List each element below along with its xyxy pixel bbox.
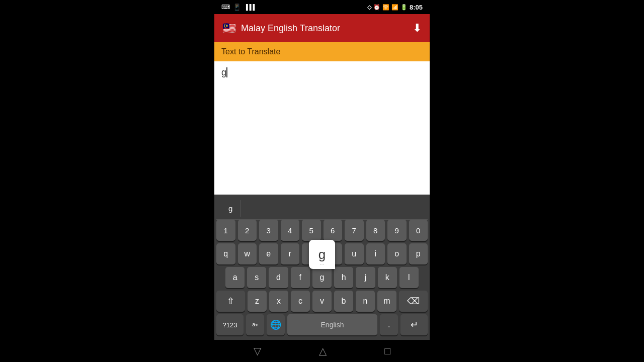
alarm-icon: ⏰ <box>373 4 380 11</box>
key-n[interactable]: n <box>356 291 375 312</box>
key-i[interactable]: i <box>366 243 385 264</box>
app-bar: 🇲🇾 Malay English Translator ⬇ <box>214 14 430 42</box>
period-key[interactable]: . <box>380 314 398 335</box>
key-q[interactable]: q <box>216 243 235 264</box>
key-3[interactable]: 3 <box>259 220 278 241</box>
enter-key[interactable]: ↵ <box>400 314 428 335</box>
key-g[interactable]: g ... g <box>312 267 332 288</box>
key-d[interactable]: d <box>269 267 288 288</box>
translate-label: Text to Translate <box>221 47 280 56</box>
symbols-key[interactable]: ?123 <box>216 314 244 335</box>
shift-row: ⇧ z x c v b n m ⌫ <box>216 291 428 312</box>
translate-bar: Text to Translate <box>214 42 430 61</box>
flag-icon: 🇲🇾 <box>222 22 236 35</box>
key-c[interactable]: c <box>291 291 310 312</box>
number-row: 1 2 3 4 5 6 7 8 9 0 <box>216 220 428 241</box>
recent-button[interactable]: □ <box>384 345 390 357</box>
shift-key[interactable]: ⇧ <box>216 291 245 312</box>
key-v[interactable]: v <box>312 291 332 312</box>
home-button[interactable]: △ <box>319 345 327 357</box>
keyboard: g 1 2 3 4 5 6 7 8 9 0 q w e r t y u i o … <box>214 195 430 340</box>
bottom-row: ?123 aক 🌐 English . ↵ <box>216 314 428 335</box>
key-h[interactable]: h <box>334 267 353 288</box>
key-r[interactable]: r <box>281 243 300 264</box>
key-p[interactable]: p <box>409 243 428 264</box>
key-w[interactable]: w <box>238 243 257 264</box>
suggestion-item-g[interactable]: g <box>220 200 241 217</box>
back-button[interactable]: ▽ <box>254 345 261 357</box>
key-o[interactable]: o <box>387 243 407 264</box>
whatsapp-icon: 📱 <box>233 4 241 11</box>
key-8[interactable]: 8 <box>366 220 385 241</box>
key-m[interactable]: m <box>377 291 396 312</box>
key-u[interactable]: u <box>345 243 364 264</box>
ring-icon: ◇ <box>367 4 371 11</box>
key-x[interactable]: x <box>269 291 288 312</box>
g-popup: g ... <box>309 240 335 269</box>
status-right: ◇ ⏰ 🛜 📶 🔋 8:05 <box>367 4 423 11</box>
time: 8:05 <box>410 4 423 11</box>
key-l[interactable]: l <box>399 267 419 288</box>
key-z[interactable]: z <box>248 291 267 312</box>
asdf-row: a s d f g ... g h j k l <box>216 267 428 288</box>
key-6[interactable]: 6 <box>324 220 343 241</box>
status-bar: ⌨ 📱 ▐▐▐ ◇ ⏰ 🛜 📶 🔋 8:05 <box>214 0 430 14</box>
keyboard-icon: ⌨ <box>221 4 230 11</box>
suggestion-bar: g <box>216 198 428 220</box>
phone-screen: ⌨ 📱 ▐▐▐ ◇ ⏰ 🛜 📶 🔋 8:05 🇲🇾 Malay English … <box>214 0 430 362</box>
key-a[interactable]: a <box>225 267 245 288</box>
app-title: Malay English Translator <box>241 23 340 34</box>
key-0[interactable]: 0 <box>409 220 428 241</box>
nav-bar: ▽ △ □ <box>214 340 430 362</box>
key-s[interactable]: s <box>247 267 266 288</box>
input-text: g <box>221 67 226 77</box>
key-e[interactable]: e <box>259 243 278 264</box>
key-7[interactable]: 7 <box>345 220 364 241</box>
app-title-container: 🇲🇾 Malay English Translator <box>222 22 340 35</box>
key-4[interactable]: 4 <box>281 220 300 241</box>
text-cursor <box>226 67 227 77</box>
globe-key[interactable]: 🌐 <box>267 314 285 335</box>
download-icon[interactable]: ⬇ <box>413 22 422 35</box>
signal-bars-icon: ▐▐▐ <box>244 4 254 10</box>
delete-key[interactable]: ⌫ <box>399 291 428 312</box>
key-2[interactable]: 2 <box>238 220 257 241</box>
key-5[interactable]: 5 <box>302 220 321 241</box>
text-input-area[interactable]: g <box>214 61 430 195</box>
key-k[interactable]: k <box>378 267 397 288</box>
battery-icon: 🔋 <box>400 4 408 11</box>
wifi-icon: 🛜 <box>382 4 389 11</box>
key-9[interactable]: 9 <box>387 220 407 241</box>
g-popup-sub: ... <box>320 261 324 266</box>
key-b[interactable]: b <box>334 291 353 312</box>
signal-icon: 📶 <box>391 4 398 11</box>
lang-key[interactable]: aক <box>246 314 264 335</box>
key-f[interactable]: f <box>291 267 310 288</box>
key-j[interactable]: j <box>356 267 375 288</box>
space-key[interactable]: English <box>287 314 377 335</box>
content-area: Text to Translate g <box>214 42 430 195</box>
status-left: ⌨ 📱 ▐▐▐ <box>221 4 254 11</box>
key-1[interactable]: 1 <box>216 220 235 241</box>
